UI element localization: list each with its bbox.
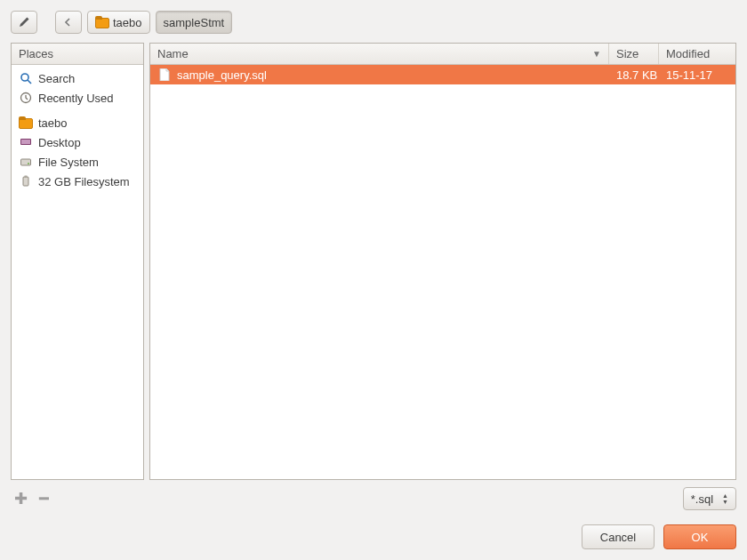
svg-rect-4 bbox=[21, 140, 30, 144]
main-split: Places Search Recently Used bbox=[11, 43, 736, 480]
cancel-label: Cancel bbox=[600, 531, 636, 544]
below-split-row: ✚ ━ *.sql ▲▼ bbox=[11, 485, 736, 512]
filter-value: *.sql bbox=[691, 492, 713, 506]
spinner-icon: ▲▼ bbox=[722, 492, 728, 505]
sidebar-item-label: Recently Used bbox=[38, 92, 114, 105]
file-list: Name ▼ Size Modified sample_query.sql bbox=[149, 43, 736, 480]
column-modified-label: Modified bbox=[666, 47, 710, 60]
sidebar-item-label: 32 GB Filesystem bbox=[38, 175, 130, 188]
sidebar-item-label: File System bbox=[38, 156, 99, 169]
places-sidebar: Places Search Recently Used bbox=[11, 43, 144, 480]
sidebar-item-search[interactable]: Search bbox=[12, 68, 143, 88]
file-name: sample_query.sql bbox=[177, 68, 267, 82]
path-toolbar: taebo sampleStmt bbox=[11, 9, 736, 36]
ok-button[interactable]: OK bbox=[663, 524, 736, 549]
file-rows: sample_query.sql 18.7 KB 15-11-17 bbox=[150, 65, 735, 479]
edit-path-toggle[interactable] bbox=[11, 11, 37, 34]
ok-label: OK bbox=[692, 531, 709, 544]
sidebar-item-recent[interactable]: Recently Used bbox=[12, 88, 143, 108]
breadcrumb-current-label: sampleStmt bbox=[164, 16, 225, 29]
dialog-actions: Cancel OK bbox=[11, 524, 736, 549]
column-size-label: Size bbox=[616, 47, 639, 60]
bookmark-controls: ✚ ━ bbox=[11, 489, 53, 508]
sidebar-item-label: Search bbox=[38, 72, 75, 85]
svg-line-1 bbox=[28, 80, 31, 84]
pencil-icon bbox=[17, 15, 31, 29]
remove-bookmark-button[interactable]: ━ bbox=[34, 489, 53, 508]
svg-point-6 bbox=[28, 163, 29, 164]
column-name[interactable]: Name ▼ bbox=[150, 44, 609, 64]
breadcrumb-home[interactable]: taebo bbox=[87, 11, 150, 34]
search-icon bbox=[19, 71, 33, 85]
breadcrumb-current[interactable]: sampleStmt bbox=[156, 11, 233, 34]
usb-icon bbox=[19, 174, 33, 188]
column-modified[interactable]: Modified bbox=[659, 44, 735, 64]
disk-icon bbox=[19, 155, 33, 169]
add-bookmark-button[interactable]: ✚ bbox=[11, 489, 30, 508]
file-modified: 15-11-17 bbox=[659, 68, 735, 82]
plus-icon: ✚ bbox=[14, 489, 28, 508]
svg-rect-7 bbox=[23, 177, 28, 186]
desktop-icon bbox=[19, 135, 33, 149]
minus-icon: ━ bbox=[39, 489, 49, 508]
file-icon bbox=[157, 68, 172, 82]
svg-point-0 bbox=[21, 74, 28, 81]
svg-rect-5 bbox=[21, 159, 31, 165]
column-name-label: Name bbox=[157, 47, 189, 60]
home-icon bbox=[19, 116, 33, 129]
file-type-filter[interactable]: *.sql ▲▼ bbox=[683, 487, 736, 510]
sort-indicator-icon: ▼ bbox=[592, 49, 601, 59]
places-list: Search Recently Used taebo bbox=[12, 65, 143, 479]
folder-icon bbox=[95, 16, 109, 28]
sidebar-item-label: Desktop bbox=[38, 136, 81, 149]
sidebar-item-home[interactable]: taebo bbox=[12, 113, 143, 132]
breadcrumb-home-label: taebo bbox=[113, 16, 142, 29]
svg-rect-8 bbox=[25, 176, 28, 179]
cancel-button[interactable]: Cancel bbox=[582, 524, 655, 549]
recent-icon bbox=[19, 91, 33, 105]
back-button[interactable] bbox=[55, 11, 82, 34]
sidebar-item-desktop[interactable]: Desktop bbox=[12, 132, 143, 152]
file-open-dialog: taebo sampleStmt Places Search bbox=[0, 0, 747, 560]
sidebar-item-removable[interactable]: 32 GB Filesystem bbox=[12, 172, 143, 191]
file-size: 18.7 KB bbox=[609, 68, 659, 82]
file-columns-header: Name ▼ Size Modified bbox=[150, 44, 735, 65]
chevron-left-icon bbox=[61, 15, 76, 29]
sidebar-item-filesystem[interactable]: File System bbox=[12, 152, 143, 172]
places-header: Places bbox=[12, 44, 143, 65]
column-size[interactable]: Size bbox=[609, 44, 659, 64]
sidebar-item-label: taebo bbox=[38, 116, 68, 130]
file-row[interactable]: sample_query.sql 18.7 KB 15-11-17 bbox=[150, 65, 735, 84]
places-header-label: Places bbox=[12, 44, 143, 64]
